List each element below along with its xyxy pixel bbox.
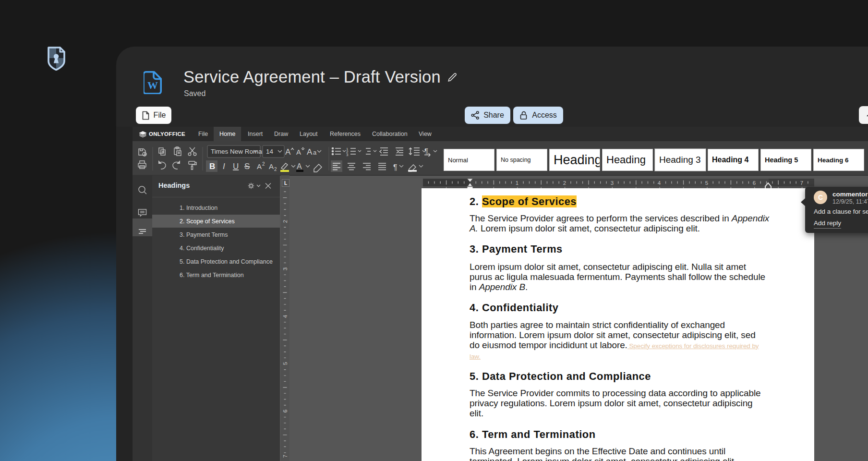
svg-text:6: 6 — [282, 410, 288, 412]
svg-text:A: A — [285, 147, 291, 157]
svg-text:A: A — [296, 148, 301, 156]
svg-text:4: 4 — [658, 180, 661, 186]
svg-text:A: A — [297, 162, 302, 170]
svg-text:3: 3 — [346, 153, 349, 157]
svg-text:U: U — [233, 162, 239, 171]
svg-text:A: A — [307, 147, 313, 157]
svg-text:2: 2 — [274, 167, 277, 172]
svg-text:7: 7 — [800, 180, 803, 186]
svg-text:6: 6 — [753, 180, 756, 186]
svg-text:A: A — [269, 162, 274, 170]
svg-text:14: 14 — [266, 148, 274, 155]
svg-text:B: B — [209, 162, 215, 171]
svg-text:W: W — [147, 79, 158, 91]
svg-text:2: 2 — [563, 180, 566, 186]
svg-text:¶: ¶ — [393, 163, 398, 171]
svg-text:Times New Roman: Times New Roman — [211, 148, 265, 155]
svg-text:3: 3 — [611, 180, 614, 186]
svg-text:a: a — [313, 149, 317, 156]
svg-text:A: A — [257, 162, 262, 170]
svg-text:2: 2 — [262, 161, 265, 167]
svg-text:4: 4 — [282, 315, 288, 318]
svg-text:3: 3 — [282, 267, 288, 270]
svg-text:1: 1 — [516, 180, 518, 186]
svg-text:¶: ¶ — [424, 146, 428, 155]
svg-text:S: S — [244, 162, 250, 171]
svg-text:5: 5 — [705, 180, 708, 186]
svg-text:2: 2 — [282, 220, 288, 223]
svg-text:I: I — [223, 162, 225, 171]
svg-text:5: 5 — [282, 362, 288, 365]
svg-text:7: 7 — [282, 455, 288, 458]
